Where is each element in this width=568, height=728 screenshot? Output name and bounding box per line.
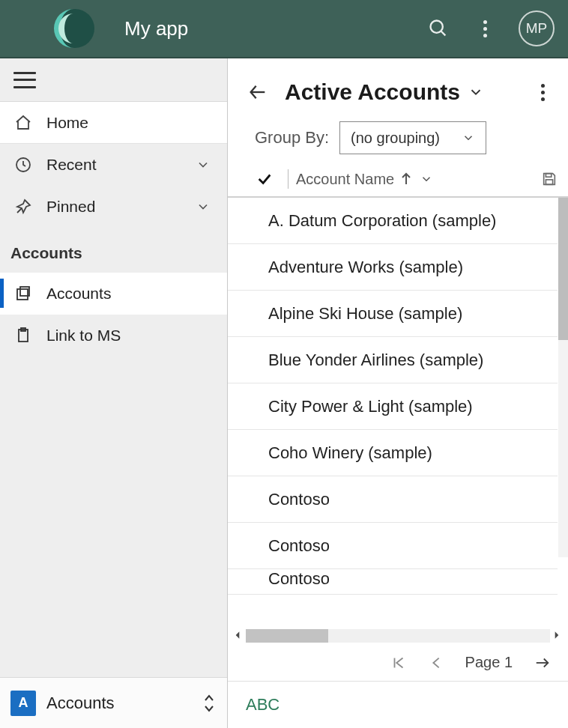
group-by-select[interactable]: (no grouping): [339, 121, 486, 154]
sidebar-item-home[interactable]: Home: [0, 102, 227, 144]
sidebar-item-label: Link to MS: [46, 327, 121, 345]
table-row[interactable]: Alpine Ski House (sample): [228, 291, 558, 337]
table-row[interactable]: Contoso: [228, 569, 558, 595]
home-icon: [13, 113, 33, 133]
save-icon[interactable]: [541, 171, 558, 187]
pager-next-button[interactable]: [534, 655, 552, 671]
scroll-right-icon[interactable]: [552, 630, 564, 642]
app-header: My app MP: [0, 0, 568, 58]
pin-icon: [13, 197, 33, 216]
horizontal-scrollbar[interactable]: [228, 628, 568, 644]
vertical-scrollbar[interactable]: [558, 198, 568, 557]
area-label: Accounts: [46, 694, 115, 713]
chevron-down-icon: [468, 84, 484, 100]
avatar[interactable]: MP: [519, 10, 555, 46]
column-header-row: Account Name: [228, 166, 568, 198]
area-switcher[interactable]: A Accounts: [0, 677, 227, 728]
group-by-label: Group By:: [255, 128, 329, 148]
sidebar: Home Recent Pinned: [0, 58, 228, 728]
view-more-button[interactable]: [532, 84, 553, 101]
sidebar-item-link-to-ms[interactable]: Link to MS: [0, 315, 227, 357]
sidebar-item-label: Pinned: [46, 198, 95, 216]
pager-label: Page 1: [465, 654, 513, 671]
sidebar-item-pinned[interactable]: Pinned: [0, 186, 227, 228]
chevron-down-icon: [462, 131, 475, 145]
table-row[interactable]: Adventure Works (sample): [228, 244, 558, 291]
back-button[interactable]: [247, 82, 268, 103]
table-row[interactable]: Contoso: [228, 476, 558, 523]
column-header-account-name[interactable]: Account Name: [296, 171, 394, 188]
area-badge: A: [10, 691, 36, 716]
svg-line-4: [17, 208, 22, 213]
view-title-text: Active Accounts: [285, 79, 460, 105]
table-row[interactable]: Contoso: [228, 523, 558, 569]
jump-bar[interactable]: ABC: [246, 695, 280, 715]
view-selector[interactable]: Active Accounts: [285, 79, 484, 105]
sidebar-item-label: Home: [46, 114, 88, 132]
clipboard-icon: [13, 326, 33, 345]
group-by-value: (no grouping): [351, 130, 440, 147]
table-row[interactable]: Coho Winery (sample): [228, 430, 558, 476]
hamburger-icon[interactable]: [13, 72, 36, 88]
svg-rect-12: [546, 180, 552, 184]
svg-line-2: [441, 31, 446, 36]
select-all-check[interactable]: [256, 171, 274, 187]
pager-first-button[interactable]: [390, 655, 407, 671]
avatar-initials: MP: [526, 20, 548, 37]
sort-ascending-icon: [400, 172, 412, 186]
svg-rect-11: [546, 174, 551, 178]
table-row[interactable]: Blue Yonder Airlines (sample): [228, 337, 558, 383]
table-row[interactable]: City Power & Light (sample): [228, 383, 558, 430]
app-title: My app: [124, 17, 188, 40]
svg-point-1: [431, 21, 443, 33]
chevron-updown-icon: [202, 693, 217, 714]
main-content: Active Accounts Group By: (no grouping): [228, 58, 568, 728]
chevron-down-icon: [196, 199, 211, 214]
sidebar-item-accounts[interactable]: Accounts: [0, 273, 227, 315]
svg-rect-5: [17, 289, 28, 300]
search-icon[interactable]: [426, 16, 451, 41]
accounts-icon: [13, 284, 33, 303]
scroll-left-icon[interactable]: [232, 630, 244, 642]
table-row[interactable]: A. Datum Corporation (sample): [228, 198, 558, 244]
app-logo: [51, 6, 96, 51]
chevron-down-icon: [196, 157, 211, 172]
column-menu-button[interactable]: [420, 172, 433, 186]
pager-prev-button[interactable]: [428, 655, 444, 671]
pager: Page 1: [228, 644, 568, 682]
sidebar-item-label: Recent: [46, 156, 97, 174]
sidebar-section-label: Accounts: [0, 228, 227, 273]
clock-icon: [13, 155, 33, 175]
more-icon[interactable]: [472, 16, 498, 41]
sidebar-item-recent[interactable]: Recent: [0, 144, 227, 186]
sidebar-item-label: Accounts: [46, 285, 111, 303]
